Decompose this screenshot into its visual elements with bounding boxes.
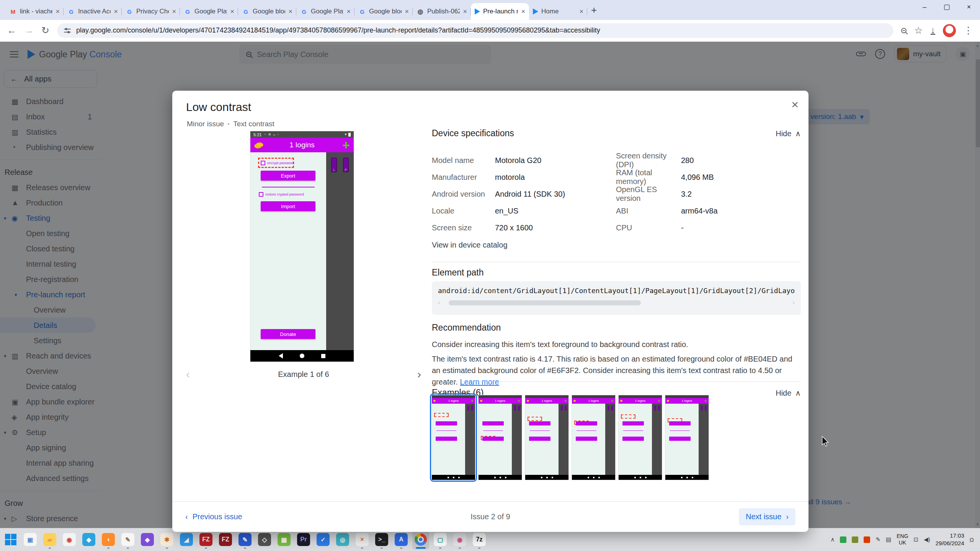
premiere-icon[interactable]: Pr xyxy=(295,530,312,549)
file-explorer-icon[interactable]: ▣ xyxy=(22,530,39,549)
tab-close-icon[interactable]: × xyxy=(288,8,292,16)
url-bar[interactable]: play.google.com/console/u/1/developers/4… xyxy=(57,23,893,38)
tab-close-icon[interactable]: × xyxy=(346,8,351,16)
chrome-icon[interactable] xyxy=(412,530,429,549)
profile-avatar[interactable] xyxy=(943,24,956,37)
tab-close-icon[interactable]: × xyxy=(56,8,60,16)
back-icon[interactable]: ← xyxy=(7,25,16,36)
close-window-button[interactable]: × xyxy=(958,0,980,14)
compass-app-icon[interactable]: ◉ xyxy=(61,530,78,549)
browser-tab[interactable]: GPrivacy Checkup× xyxy=(122,3,180,20)
pink-app-icon[interactable]: ◉ xyxy=(451,530,468,549)
browser-tab[interactable]: Home× xyxy=(529,3,587,20)
start-button[interactable] xyxy=(2,530,19,549)
tab-close-icon[interactable]: × xyxy=(463,8,467,16)
spec-label: Screen density (DPI) xyxy=(616,152,681,169)
doc-app-icon[interactable]: ▢ xyxy=(432,530,449,549)
browser-tab[interactable]: Mlink - viacheslavdev1× xyxy=(5,3,64,20)
sevenzip-icon[interactable]: 7z xyxy=(471,530,488,549)
maximize-button[interactable]: ▢ xyxy=(936,0,958,14)
next-example-icon[interactable]: › xyxy=(417,368,421,380)
next-issue-button[interactable]: Next issue › xyxy=(739,508,795,525)
tray-app-icon[interactable] xyxy=(864,536,870,543)
downloads-icon[interactable]: ↓ xyxy=(931,26,936,35)
close-icon[interactable]: × xyxy=(791,98,799,112)
tab-close-icon[interactable]: × xyxy=(172,8,176,16)
speaker-icon[interactable]: ◀) xyxy=(924,536,930,543)
url-text[interactable]: play.google.com/console/u/1/developers/4… xyxy=(76,26,600,34)
example-thumbnail[interactable]: 1 logins+ xyxy=(665,395,709,480)
element-path-scrollbar[interactable]: ‹ › xyxy=(438,299,795,306)
tab-close-icon[interactable]: × xyxy=(521,8,525,16)
browser-tab[interactable]: Pre-launch report de× xyxy=(471,3,529,20)
divider-line xyxy=(262,187,315,187)
modal-footer: ‹ Previous issue Issue 2 of 9 Next issue… xyxy=(172,501,808,532)
browser-tab[interactable]: ◍Publish-06282024_1× xyxy=(413,3,471,20)
browser-tab[interactable]: GGoogle blocking inv× xyxy=(238,3,296,20)
learn-more-link[interactable]: Learn more xyxy=(460,378,499,386)
inkscape-icon[interactable]: ◇ xyxy=(256,530,273,549)
check-app-icon[interactable]: ✓ xyxy=(315,530,332,549)
example-thumbnail[interactable]: 1 logins+ xyxy=(619,395,662,480)
example-thumbnail[interactable]: 1 logins+ xyxy=(572,395,615,480)
blue-app-icon[interactable]: ◈ xyxy=(80,530,97,549)
example-thumbnail[interactable]: 1 logins+ xyxy=(432,395,475,480)
paw-app-icon[interactable]: ✱ xyxy=(158,530,175,549)
browser-menu-icon[interactable]: ⋮ xyxy=(964,25,973,36)
tray-app-icon[interactable] xyxy=(840,536,846,543)
device-catalog-link[interactable]: View in device catalog xyxy=(432,241,508,249)
pen-tray-icon[interactable]: ✎ xyxy=(875,536,880,543)
example-thumbnail[interactable]: 1 logins+ xyxy=(525,395,568,480)
a-app-icon[interactable]: A xyxy=(393,530,410,549)
example-thumbnail[interactable]: 1 logins+ xyxy=(479,395,522,480)
image-app-icon[interactable]: ▦ xyxy=(276,530,292,549)
hide-examples-button[interactable]: Hide∧ xyxy=(776,388,801,398)
filezilla-alt-icon[interactable]: FZ xyxy=(217,530,234,549)
mini-highlight-box xyxy=(621,414,635,419)
clock[interactable]: 17:0329/06/2024 xyxy=(936,532,964,548)
tab-close-icon[interactable]: × xyxy=(405,8,409,16)
browser-tab[interactable]: GGoogle Play Develop× xyxy=(296,3,354,20)
tab-close-icon[interactable]: × xyxy=(114,8,118,16)
scroll-thumb[interactable] xyxy=(449,300,641,305)
mini-add-icon: + xyxy=(471,398,474,404)
forward-icon[interactable]: → xyxy=(24,25,34,36)
new-tab-button[interactable]: + xyxy=(591,4,597,16)
filezilla-icon[interactable]: FZ xyxy=(198,530,214,549)
spec-label: Model name xyxy=(432,156,495,165)
scroll-right-icon[interactable]: › xyxy=(793,299,795,306)
minimize-button[interactable]: – xyxy=(913,0,936,14)
mini-side-panel xyxy=(465,404,475,475)
touch-keyboard-icon[interactable]: ▤ xyxy=(886,536,891,543)
language-indicator[interactable]: ENGUK xyxy=(897,533,908,546)
terminal-icon[interactable]: >_ xyxy=(373,530,390,549)
tab-close-icon[interactable]: × xyxy=(230,8,234,16)
site-settings-icon[interactable] xyxy=(64,28,71,33)
x-app-icon[interactable]: × xyxy=(354,530,371,549)
notification-bell-icon[interactable]: Ω xyxy=(970,536,974,543)
scroll-track[interactable] xyxy=(441,300,791,305)
hide-specs-button[interactable]: Hide∧ xyxy=(776,129,801,138)
browser-tab[interactable]: GGoogle Play Develop× xyxy=(180,3,238,20)
violet-app-icon[interactable]: ◆ xyxy=(139,530,156,549)
tab-close-icon[interactable]: × xyxy=(579,8,583,16)
mini-highlight-box xyxy=(528,417,542,421)
reload-icon[interactable]: ↻ xyxy=(41,25,49,36)
prev-example-icon[interactable]: ‹ xyxy=(186,368,190,380)
scroll-left-icon[interactable]: ‹ xyxy=(438,299,440,306)
folder-icon[interactable]: ▰ xyxy=(41,530,58,549)
vscode-icon[interactable]: ◢ xyxy=(178,530,195,549)
zoom-icon[interactable] xyxy=(901,28,906,33)
pen-app-icon[interactable]: ✎ xyxy=(237,530,253,549)
swirl-app-icon[interactable]: ◎ xyxy=(334,530,351,549)
tray-app-icon[interactable] xyxy=(852,536,858,543)
notes-app-icon[interactable]: ✎ xyxy=(119,530,136,549)
display-tray-icon[interactable]: ⊡ xyxy=(914,536,919,543)
firefox-icon[interactable]: ◖ xyxy=(100,530,117,549)
side-tab-l: L xyxy=(331,158,337,172)
bookmark-star-icon[interactable]: ☆ xyxy=(914,25,923,36)
browser-tab[interactable]: GInactive Account Ma× xyxy=(64,3,122,20)
browser-tab[interactable]: GGoogle blocking inv× xyxy=(354,3,413,20)
severity-label: Minor issue xyxy=(187,120,224,128)
tray-chevron-icon[interactable]: ∧ xyxy=(831,536,835,543)
